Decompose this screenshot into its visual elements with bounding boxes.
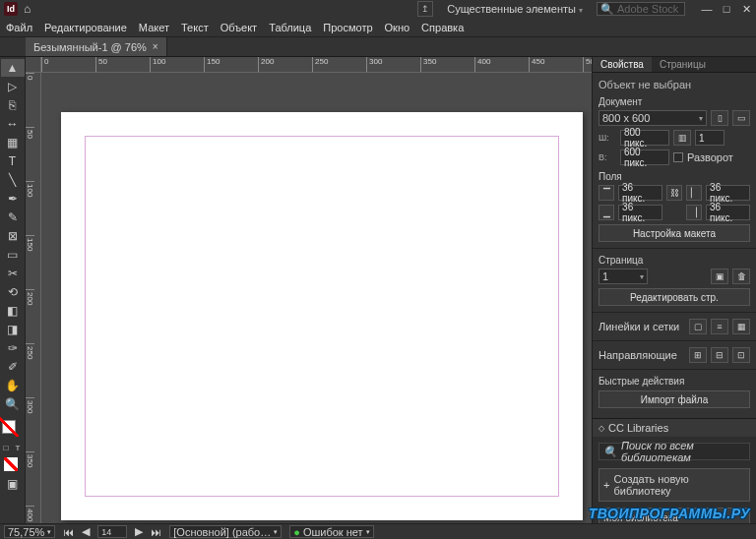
page-nav-next-icon[interactable]: ▶ [135,525,143,538]
link-margins-icon[interactable]: ⛓ [666,185,682,201]
eyedropper-tool[interactable]: ✐ [1,358,25,376]
page-preset-dropdown[interactable]: 800 x 600▾ [598,110,707,126]
home-icon[interactable]: ⌂ [24,2,31,16]
menu-help[interactable]: Справка [421,22,464,33]
delete-page-icon[interactable]: 🗑 [732,269,750,284]
tab-pages[interactable]: Страницы [652,57,714,72]
screen-mode-icon[interactable]: ▣ [1,475,25,493]
formatting-text-icon[interactable]: □ [1,443,11,452]
vertical-ruler[interactable]: 050100150200250300350400 [26,73,41,523]
page-nav-prev-icon[interactable]: ◀ [82,525,90,538]
page-margin-guide [85,136,559,497]
document-tab[interactable]: Безымянный-1 @ 76% × [26,37,167,56]
color-profile-status[interactable]: [Основной] (рабо…▾ [169,525,282,538]
menu-bar: Файл Редактирование Макет Текст Объект Т… [0,18,756,37]
apply-color-icon[interactable] [4,457,18,471]
tab-properties[interactable]: Свойства [593,57,652,72]
preflight-status[interactable]: ●Ошибок нет▾ [289,525,373,538]
smart-guides-icon[interactable]: ⊡ [732,347,750,363]
adjust-layout-button[interactable]: Настройка макета [598,224,750,242]
formatting-container-icon[interactable]: T [13,443,23,452]
menu-text[interactable]: Текст [181,22,209,33]
page[interactable] [61,112,583,520]
search-icon: 🔍 [600,3,614,16]
toolbox: ▲ ▷ ⎘ ↔ ▦ T ╲ ✒ ✎ ⊠ ▭ ✂ ⟲ ◧ ◨ ✑ ✐ ✋ 🔍 □ … [0,57,26,523]
menu-file[interactable]: Файл [6,22,32,33]
zoom-tool[interactable]: 🔍 [1,395,25,413]
selection-tool[interactable]: ▲ [1,59,25,77]
menu-window[interactable]: Окно [385,22,410,33]
hand-tool[interactable]: ✋ [1,377,25,394]
ruler-origin[interactable] [26,57,41,73]
menu-view[interactable]: Просмотр [323,22,372,33]
zoom-level[interactable]: 75,75%▾ [4,525,55,538]
horizontal-ruler[interactable]: 0501001502002503003504004505005506006507… [41,57,592,73]
free-transform-tool[interactable]: ⟲ [1,283,25,301]
import-file-button[interactable]: Импорт файла [598,390,750,408]
create-library-button[interactable]: + Создать новую библиотеку [598,468,750,502]
margin-right-icon: ▕ [686,205,702,220]
type-tool[interactable]: T [1,152,25,170]
menu-edit[interactable]: Редактирование [44,22,127,33]
menu-object[interactable]: Объект [220,22,257,33]
scissors-tool[interactable]: ✂ [1,265,25,282]
minimize-button[interactable]: — [701,3,713,16]
direct-selection-tool[interactable]: ▷ [1,78,25,95]
status-bar: 75,75%▾ ⏮ ◀ 14 ▶ ⏭ [Основной] (рабо…▾ ●О… [0,523,756,539]
fill-stroke-swatch[interactable] [0,418,25,436]
publish-online-icon[interactable]: ↥ [417,1,433,17]
menu-layout[interactable]: Макет [139,22,169,33]
edit-pages-button[interactable]: Редактировать стр. [598,288,750,306]
line-tool[interactable]: ╲ [1,171,25,189]
height-field[interactable]: 600 пикс. [620,150,669,165]
page-tool[interactable]: ⎘ [1,96,25,114]
toggle-rulers-icon[interactable]: ▢ [689,319,707,334]
document-tab-label: Безымянный-1 @ 76% [33,41,147,53]
section-document: Документ [598,96,750,107]
plus-icon: + [603,479,609,491]
rectangle-tool[interactable]: ▭ [1,246,25,264]
maximize-button[interactable]: □ [721,3,732,16]
stock-search[interactable]: 🔍Adobe Stock [597,2,685,16]
guides-lock-icon[interactable]: ⊟ [711,347,728,363]
close-tab-icon[interactable]: × [153,41,158,52]
page-nav-last-icon[interactable]: ⏭ [151,526,161,538]
app-icon: Id [4,2,18,16]
canvas-area: 0501001502002503003504004505005506006507… [26,57,592,523]
orientation-portrait-icon[interactable]: ▯ [711,110,728,126]
pencil-tool[interactable]: ✎ [1,209,25,226]
pasteboard[interactable] [41,73,592,523]
pen-tool[interactable]: ✒ [1,190,25,208]
gradient-feather-tool[interactable]: ◨ [1,321,25,338]
page-number-dropdown[interactable]: 1▾ [598,269,648,284]
gradient-swatch-tool[interactable]: ◧ [1,302,25,320]
orientation-landscape-icon[interactable]: ▭ [732,110,750,126]
content-collector-tool[interactable]: ▦ [1,134,25,151]
menu-table[interactable]: Таблица [269,22,311,33]
toggle-baseline-grid-icon[interactable]: ≡ [711,319,728,334]
workspace-switcher[interactable]: Существенные элементы ▾ [443,1,587,17]
note-tool[interactable]: ✑ [1,339,25,357]
margin-right-field[interactable]: 36 пикс. [706,205,750,220]
cc-search-input[interactable]: 🔍 Поиск по всем библиотекам [598,443,750,460]
gap-tool[interactable]: ↔ [1,115,25,133]
page-nav-field[interactable]: 14 [97,525,127,538]
margin-top-field[interactable]: 36 пикс. [618,185,662,201]
chevron-down-icon: ◇ [598,424,604,433]
margin-left-icon: ▏ [686,185,702,201]
facing-pages-checkbox[interactable]: Разворот [673,151,733,163]
margin-top-icon: ▔ [598,185,614,201]
width-field[interactable]: 800 пикс. [620,130,669,146]
new-page-icon[interactable]: ▣ [711,269,728,284]
cc-libraries-header[interactable]: ◇ CC Libraries [593,419,756,437]
guides-visibility-icon[interactable]: ⊞ [689,347,707,363]
rectangle-frame-tool[interactable]: ⊠ [1,227,25,245]
page-nav-first-icon[interactable]: ⏮ [63,526,74,538]
document-tab-bar: Безымянный-1 @ 76% × [0,37,756,57]
toggle-document-grid-icon[interactable]: ▦ [732,319,750,334]
margin-bottom-field[interactable]: 36 пикс. [618,205,662,220]
pages-count-field[interactable]: 1 [695,130,724,146]
close-button[interactable]: ✕ [740,3,752,16]
margin-left-field[interactable]: 36 пикс. [706,185,750,201]
section-guides: Направляющие [598,349,685,361]
